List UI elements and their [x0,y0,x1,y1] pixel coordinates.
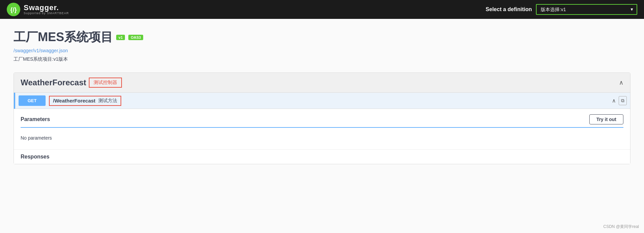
main-content: 工厂MES系统项目 v1 OAS3 /swagger/v1/swagger.js… [0,19,644,233]
controller-title-row: WeatherForecast 测试控制器 [21,78,122,88]
endpoint-path-box: /WeatherForecast 测试方法 [49,96,121,106]
responses-title: Responses [21,154,49,159]
endpoint-right: ∧ ⧉ [612,96,630,105]
title-section: 工厂MES系统项目 v1 OAS3 /swagger/v1/swagger.js… [14,29,630,62]
header-right: Select a definition 版本选择:v1 ▼ [486,4,637,15]
parameters-section: Parameters Try it out No parameters [14,109,630,149]
swagger-brand-text: Swagger. Supported by SMARTBEAR [24,4,69,15]
controller-header[interactable]: WeatherForecast 测试控制器 ∧ [14,73,630,93]
swagger-icon: {/} [7,3,20,16]
controller-tag: 测试控制器 [89,78,122,88]
swagger-sub: Supported by SMARTBEAR [24,11,69,15]
controller-group: WeatherForecast 测试控制器 ∧ GET /WeatherFore… [14,72,630,164]
endpoint-description: 测试方法 [98,98,117,104]
definition-select[interactable]: 版本选择:v1 [536,4,637,15]
parameters-header: Parameters Try it out [21,114,623,128]
swagger-brand: Swagger. [24,4,69,11]
logo-area: {/} Swagger. Supported by SMARTBEAR [7,3,69,16]
swagger-url-link[interactable]: /swagger/v1/swagger.json [14,48,68,53]
select-definition-label: Select a definition [486,6,532,12]
badge-v1: v1 [116,35,125,40]
responses-section: Responses [14,149,630,164]
top-header: {/} Swagger. Supported by SMARTBEAR Sele… [0,0,644,19]
definition-select-wrapper[interactable]: 版本选择:v1 ▼ [536,4,637,15]
controller-title: WeatherForecast [21,78,86,87]
copy-endpoint-button[interactable]: ⧉ [619,96,627,105]
page-title: 工厂MES系统项目 [14,29,113,46]
badge-oas3: OAS3 [128,35,143,40]
method-badge: GET [19,95,46,106]
watermark: CSDN @黄同学real [603,224,639,230]
try-it-out-button[interactable]: Try it out [589,114,623,124]
svg-text:{/}: {/} [10,6,17,13]
api-section: WeatherForecast 测试控制器 ∧ GET /WeatherFore… [14,72,630,164]
title-row: 工厂MES系统项目 v1 OAS3 [14,29,630,46]
no-parameters-text: No parameters [21,132,623,144]
collapse-icon: ∧ [619,79,623,86]
endpoint-row: GET /WeatherForecast 测试方法 ∧ ⧉ [14,93,630,109]
page-description: 工厂MES系统项目:v1版本 [14,56,630,62]
parameters-title: Parameters [21,116,50,122]
endpoint-collapse-button[interactable]: ∧ [612,97,616,104]
endpoint-path: /WeatherForecast [53,98,96,104]
